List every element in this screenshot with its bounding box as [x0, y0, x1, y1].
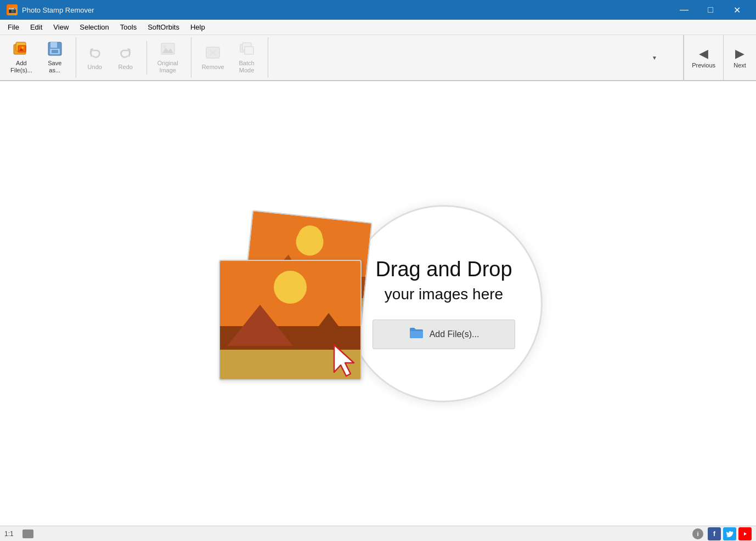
undo-icon — [87, 45, 103, 62]
next-label: Next — [734, 62, 746, 69]
image-thumb-icon — [22, 529, 33, 538]
save-as-label: Saveas... — [48, 60, 61, 74]
add-files-label: AddFile(s)... — [10, 60, 32, 74]
redo-button[interactable]: Redo — [111, 41, 140, 75]
info-icon[interactable]: i — [692, 528, 703, 539]
toolbar-group-files: AddFile(s)... Saveas... — [4, 37, 76, 78]
batch-mode-icon — [239, 41, 255, 59]
batch-mode-label: BatchMode — [239, 60, 255, 74]
redo-label: Redo — [119, 64, 133, 71]
folder-icon — [409, 327, 424, 342]
cursor-illustration — [329, 342, 362, 380]
toolbar-group-edit: Undo Redo — [81, 41, 147, 75]
drop-zone-container: Drag and Drop your images here Add File(… — [213, 205, 543, 402]
undo-button[interactable]: Undo — [81, 41, 109, 75]
save-as-button[interactable]: Saveas... — [41, 37, 69, 78]
undo-label: Undo — [88, 64, 102, 71]
svg-rect-17 — [245, 47, 253, 54]
toolbar-group-image: OriginalImage — [151, 37, 191, 78]
original-image-label: OriginalImage — [157, 60, 178, 74]
drag-drop-subtitle: your images here — [385, 286, 503, 303]
app-icon: 📷 — [7, 4, 18, 15]
next-button[interactable]: ▶ Next — [723, 35, 756, 80]
toolbar-group-remove: Remove BatchMode — [196, 37, 268, 78]
add-files-icon — [13, 41, 30, 59]
add-files-btn-label: Add File(s)... — [430, 329, 479, 339]
menu-file[interactable]: File — [2, 21, 25, 33]
batch-mode-button[interactable]: BatchMode — [233, 37, 261, 78]
status-bar: 1:1 i f — [0, 526, 756, 541]
svg-rect-8 — [52, 50, 58, 53]
toolbar-nav: ◀ Previous ▶ Next — [683, 35, 756, 80]
toolbar-dropdown-arrow[interactable]: ▼ — [652, 55, 657, 61]
drag-drop-title: Drag and Drop — [375, 258, 512, 281]
remove-button[interactable]: Remove — [196, 41, 230, 75]
menu-bar: File Edit View Selection Tools SoftOrbit… — [0, 20, 756, 35]
minimize-button[interactable]: — — [672, 0, 697, 20]
original-image-icon — [160, 41, 176, 59]
zoom-level: 1:1 — [4, 530, 14, 538]
add-files-circle-button[interactable]: Add File(s)... — [373, 320, 515, 349]
previous-label: Previous — [692, 62, 715, 69]
svg-rect-6 — [50, 42, 57, 48]
remove-label: Remove — [202, 64, 224, 71]
save-icon — [47, 41, 63, 59]
redo-icon — [118, 45, 133, 62]
facebook-icon[interactable]: f — [708, 527, 721, 540]
menu-help[interactable]: Help — [185, 21, 211, 33]
toolbar: AddFile(s)... Saveas... — [0, 35, 756, 81]
window-title: Photo Stamp Remover — [22, 6, 672, 14]
menu-softorbits[interactable]: SoftOrbits — [142, 21, 185, 33]
menu-selection[interactable]: Selection — [74, 21, 114, 33]
remove-icon — [205, 45, 221, 62]
add-files-button[interactable]: AddFile(s)... — [4, 37, 38, 78]
svg-point-11 — [163, 45, 166, 48]
menu-view[interactable]: View — [48, 21, 74, 33]
next-icon: ▶ — [735, 47, 744, 61]
close-button[interactable]: ✕ — [724, 0, 749, 20]
title-bar: 📷 Photo Stamp Remover — □ ✕ — [0, 0, 756, 20]
social-links: f — [708, 527, 752, 540]
youtube-icon[interactable] — [738, 527, 752, 540]
main-content: Drag and Drop your images here Add File(… — [0, 81, 756, 526]
menu-edit[interactable]: Edit — [25, 21, 48, 33]
image-stack-illustration — [213, 216, 389, 391]
maximize-button[interactable]: □ — [698, 0, 723, 20]
window-controls: — □ ✕ — [672, 0, 749, 20]
twitter-icon[interactable] — [723, 527, 736, 540]
previous-button[interactable]: ◀ Previous — [684, 35, 723, 80]
original-image-button[interactable]: OriginalImage — [151, 37, 184, 78]
menu-tools[interactable]: Tools — [115, 21, 142, 33]
status-right: i f — [692, 527, 752, 540]
previous-icon: ◀ — [699, 47, 708, 61]
svg-point-4 — [21, 47, 24, 49]
